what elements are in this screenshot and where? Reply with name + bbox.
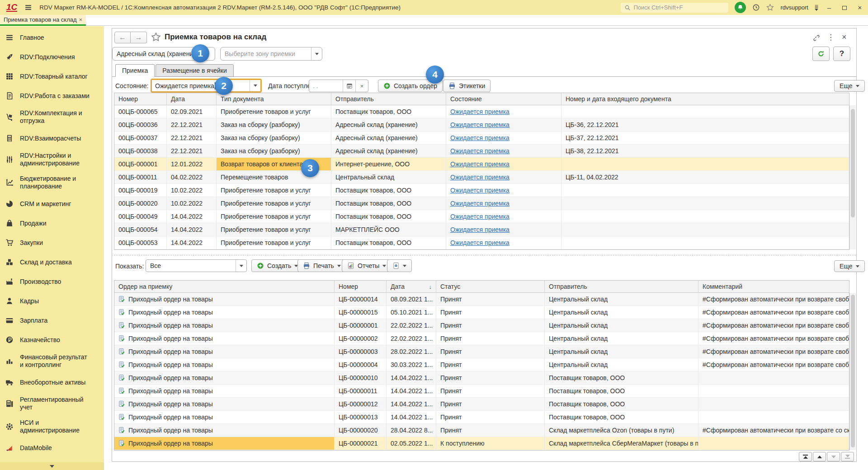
receipt-row[interactable]: 00ЦБ-000065 02.09.2021 Приобретение това…: [114, 105, 849, 118]
date-filter-input[interactable]: . .: [309, 80, 343, 92]
notifications-bell-icon[interactable]: [735, 2, 746, 13]
col-state[interactable]: Состояние: [446, 93, 561, 105]
order-row[interactable]: Приходный ордер на товары ЦБ-00000001 22…: [114, 319, 849, 332]
order-row[interactable]: Приходный ордер на товары ЦБ-00000014 08…: [114, 293, 849, 306]
state-link[interactable]: Ожидается приемка: [450, 213, 509, 220]
sidebar-item[interactable]: Продажи: [5, 217, 99, 229]
go-last-button[interactable]: [841, 452, 854, 461]
more-button-bottom[interactable]: Еще: [834, 260, 865, 272]
show-filter-select[interactable]: Все: [146, 259, 247, 272]
sidebar-item[interactable]: НСИ и администрирование: [5, 419, 99, 434]
state-link[interactable]: Ожидается приемка: [450, 160, 509, 168]
forward-button[interactable]: →: [131, 32, 147, 43]
sidebar-item[interactable]: Закупки: [5, 237, 99, 249]
orders-scrollbar[interactable]: [849, 293, 856, 450]
maximize-button[interactable]: [840, 4, 849, 11]
current-user[interactable]: rdvsupport: [780, 4, 808, 11]
receipt-row[interactable]: 00ЦБ-000049 14.04.2022 Приобретение това…: [114, 210, 849, 223]
col-order[interactable]: Ордер на приемку: [114, 281, 335, 293]
sidebar-item[interactable]: Главное: [5, 32, 99, 43]
create-button[interactable]: Создать: [251, 259, 303, 272]
chevron-down-icon[interactable]: [311, 47, 322, 60]
col-sender[interactable]: Отправитель: [331, 93, 446, 105]
close-window-button[interactable]: ×: [855, 4, 864, 11]
sidebar-item[interactable]: Зарплата: [5, 315, 99, 326]
favorites-star-icon[interactable]: [766, 4, 774, 11]
col-order-date[interactable]: Дата↓: [387, 281, 436, 293]
tab-cell-placement[interactable]: Размещение в ячейки: [156, 64, 233, 77]
order-row[interactable]: Приходный ордер на товары ЦБ-00000011 14…: [114, 385, 849, 398]
receipt-row[interactable]: 00ЦБ-000053 14.04.2022 Приобретение това…: [114, 236, 849, 249]
sidebar-item[interactable]: Регламентированный учет: [5, 396, 99, 411]
state-link[interactable]: Ожидается приемка: [450, 239, 509, 246]
tab-close-icon[interactable]: ×: [79, 16, 82, 23]
sidebar-item[interactable]: Производство: [5, 276, 99, 287]
receiving-zone-select[interactable]: Выберите зону приемки: [220, 47, 322, 61]
receipt-row[interactable]: 00ЦБ-000011 04.02.2022 Перемещение товар…: [114, 171, 849, 184]
receipt-row[interactable]: 00ЦБ-000036 22.12.2021 Заказ на сборку (…: [114, 118, 849, 132]
sidebar-item[interactable]: RDV:Товарный каталог: [5, 70, 99, 82]
order-row[interactable]: Приходный ордер на товары ЦБ-00000012 14…: [114, 398, 849, 411]
receipt-row[interactable]: 00ЦБ-000054 14.04.2022 Приобретение това…: [114, 223, 849, 236]
chevron-down-icon[interactable]: [250, 80, 260, 91]
receipt-row[interactable]: 00ЦБ-000038 22.12.2021 Заказ на сборку (…: [114, 145, 849, 158]
col-status[interactable]: Статус: [436, 281, 545, 293]
get-link-icon[interactable]: [812, 33, 820, 41]
sidebar-item[interactable]: Склад и доставка: [5, 256, 99, 268]
order-row[interactable]: Приходный ордер на товары ЦБ-00000010 14…: [114, 371, 849, 385]
sidebar-item[interactable]: Казначейство: [5, 334, 99, 346]
col-comment[interactable]: Комментарий: [698, 281, 849, 293]
tables-splitter[interactable]: [114, 255, 856, 255]
order-row[interactable]: Приходный ордер на товары ЦБ-00000015 05…: [114, 306, 849, 319]
sidebar-item[interactable]: RDV:Работа с заказами: [5, 90, 99, 102]
receipt-row[interactable]: 00ЦБ-000019 10.02.2022 Приобретение това…: [114, 184, 849, 197]
order-row[interactable]: Приходный ордер на товары ЦБ-00000004 30…: [114, 358, 849, 371]
order-row[interactable]: Приходный ордер на товары ЦБ-00000002 22…: [114, 332, 849, 345]
state-link[interactable]: Ожидается приемка: [450, 108, 509, 115]
sidebar-item[interactable]: CRM и маркетинг: [5, 198, 99, 210]
state-link[interactable]: Ожидается приемка: [450, 121, 509, 128]
receipt-row[interactable]: 00ЦБ-000037 22.12.2021 Заказ на сборку (…: [114, 132, 849, 145]
sidebar-item[interactable]: RDV:Подключения: [5, 51, 99, 63]
print-button[interactable]: Печать: [297, 259, 346, 272]
refresh-button[interactable]: [812, 47, 830, 61]
sidebar-item[interactable]: Внеоборотные активы: [5, 376, 99, 388]
history-icon[interactable]: [752, 4, 760, 11]
order-row[interactable]: Приходный ордер на товары ЦБ-00000013 14…: [114, 411, 849, 424]
state-link[interactable]: Ожидается приемка: [450, 174, 509, 181]
main-menu-icon[interactable]: [24, 4, 32, 11]
receipt-row[interactable]: 00ЦБ-000020 10.02.2022 Приобретение това…: [114, 197, 849, 210]
col-date[interactable]: Дата: [167, 93, 217, 105]
close-form-icon[interactable]: ×: [842, 33, 847, 42]
chevron-down-icon[interactable]: [236, 260, 246, 272]
order-row[interactable]: Приходный ордер на товары ЦБ-00000003 28…: [114, 345, 849, 358]
reports-button[interactable]: Отчеты: [342, 259, 392, 272]
order-row[interactable]: Приходный ордер на товары ЦБ-00000020 28…: [114, 424, 849, 437]
receipts-scrollbar[interactable]: [849, 105, 856, 249]
scrollbar-thumb[interactable]: [851, 295, 855, 447]
tab-receiving[interactable]: Приемка: [115, 64, 155, 77]
tab-goods-receipt[interactable]: Приемка товаров на склад ×: [0, 15, 86, 26]
state-link[interactable]: Ожидается приемка: [450, 147, 509, 155]
sidebar-item[interactable]: Кадры: [5, 295, 99, 307]
col-incoming-doc[interactable]: Номер и дата входящего документа: [561, 93, 849, 105]
global-search-input[interactable]: Поиск Ctrl+Shift+F: [621, 3, 728, 13]
back-button[interactable]: ←: [114, 32, 131, 43]
sidebar-item[interactable]: RDV:Взаиморасчеты: [5, 132, 99, 144]
state-link[interactable]: Ожидается приемка: [450, 134, 509, 141]
col-order-number[interactable]: Номер: [335, 281, 387, 293]
state-filter-input[interactable]: Ожидается приемка: [151, 79, 262, 93]
scrollbar-thumb[interactable]: [851, 109, 855, 217]
help-button[interactable]: ?: [833, 47, 850, 61]
sidebar-item[interactable]: RDV:Настройки и администрирование: [5, 152, 99, 167]
order-row[interactable]: Приходный ордер на товары ЦБ-00000021 02…: [114, 437, 849, 450]
labels-button[interactable]: Этикетки: [443, 80, 491, 92]
more-menu-icon[interactable]: ⋮: [827, 33, 835, 42]
more-button-top[interactable]: Еще: [834, 80, 865, 92]
go-previous-button[interactable]: [813, 452, 826, 461]
col-order-sender[interactable]: Отправитель: [545, 281, 698, 293]
calendar-button[interactable]: [343, 80, 355, 92]
sidebar-item[interactable]: DataMobile: [5, 442, 99, 454]
state-link[interactable]: Ожидается приемка: [450, 226, 509, 233]
sidebar-scroll-down-button[interactable]: [0, 462, 104, 470]
